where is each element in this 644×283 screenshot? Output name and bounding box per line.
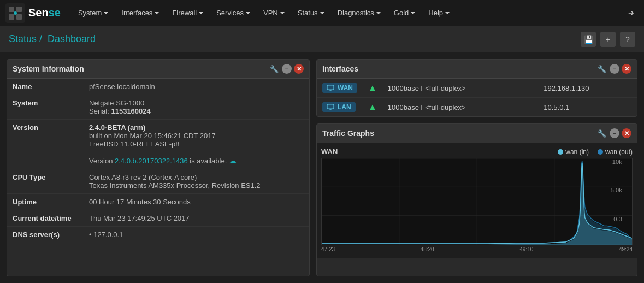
label-name: Name <box>7 79 84 95</box>
lan-ip-cell: 10.5.0.1 <box>538 98 637 117</box>
nav-item-vpn[interactable]: VPN <box>257 0 291 26</box>
nav-item-diagnostics[interactable]: Diagnostics <box>331 0 387 26</box>
svg-rect-3 <box>16 14 22 20</box>
traffic-legend: wan (in) wan (out) <box>558 148 633 156</box>
add-widget-button[interactable]: + <box>600 32 616 47</box>
table-row: WAN ▲ 1000baseT <full-duplex> 192.168.1.… <box>317 79 637 98</box>
network-icon <box>327 85 334 91</box>
traffic-close-button[interactable]: ✕ <box>622 128 631 138</box>
interfaces-panel: Interfaces 🔧 − ✕ WAN ▲ 1000base <box>316 59 637 117</box>
interfaces-header: Interfaces 🔧 − ✕ <box>317 60 637 79</box>
svg-rect-1 <box>16 7 22 12</box>
logo-icon <box>5 3 25 23</box>
legend-item-out: wan (out) <box>598 148 633 156</box>
table-row: Name pfSense.localdomain <box>7 79 309 95</box>
y-label-0: 0.0 <box>613 216 622 222</box>
interfaces-title: Interfaces <box>322 64 358 73</box>
nav-item-system[interactable]: System <box>72 0 115 26</box>
label-uptime: Uptime <box>7 194 84 210</box>
label-system: System <box>7 95 84 120</box>
nav-item-firewall[interactable]: Firewall <box>166 0 210 26</box>
system-info-title: System Information <box>13 64 84 73</box>
traffic-chart: 10k 5.0k 0.0 <box>321 158 633 245</box>
lan-status-cell: ▲ <box>363 98 382 117</box>
value-version: 2.4.0-BETA (arm) built on Mon Mar 20 15:… <box>84 120 309 169</box>
table-row: LAN ▲ 1000baseT <full-duplex> 10.5.0.1 <box>317 98 637 117</box>
svg-point-4 <box>14 11 17 15</box>
x-axis-labels: 47:23 48:20 49:10 49:24 <box>321 245 633 253</box>
system-info-actions: 🔧 − ✕ <box>270 64 304 74</box>
help-button[interactable]: ? <box>620 32 635 47</box>
interfaces-settings-icon[interactable]: 🔧 <box>598 65 606 73</box>
breadcrumb-bar: Status / Dashboard 💾 + ? <box>0 26 644 52</box>
breadcrumb-prefix: Status / <box>9 33 42 44</box>
wan-badge: WAN <box>322 83 357 93</box>
label-datetime: Current date/time <box>7 210 84 227</box>
serial-number: 1153160024 <box>111 107 150 115</box>
traffic-header: Traffic Graphs 🔧 − ✕ <box>317 124 637 143</box>
traffic-minimize-button[interactable]: − <box>610 128 619 138</box>
x-label-4: 49:24 <box>619 246 633 252</box>
label-dns: DNS server(s) <box>7 227 84 243</box>
table-row: System Netgate SG-1000 Serial: 115316002… <box>7 95 309 120</box>
svg-rect-0 <box>9 7 14 12</box>
main-content: System Information 🔧 − ✕ Name pfSense.lo… <box>0 52 644 283</box>
wan-speed-cell: 1000baseT <full-duplex> <box>382 79 538 98</box>
table-row: Uptime 00 Hour 17 Minutes 30 Seconds <box>7 194 309 210</box>
x-label-1: 47:23 <box>321 246 335 252</box>
label-version: Version <box>7 120 84 169</box>
logo-text: Sense <box>28 7 61 19</box>
system-info-header: System Information 🔧 − ✕ <box>7 60 309 79</box>
nav-item-services[interactable]: Services <box>210 0 257 26</box>
traffic-graphs-title: Traffic Graphs <box>322 129 374 138</box>
interfaces-actions: 🔧 − ✕ <box>598 64 631 74</box>
x-label-3: 49:10 <box>519 246 533 252</box>
version-update-link[interactable]: 2.4.0.b.20170322.1436 <box>115 157 188 165</box>
table-row: DNS server(s) • 127.0.0.1 <box>7 227 309 243</box>
interfaces-close-button[interactable]: ✕ <box>622 64 631 74</box>
breadcrumb-actions: 💾 + ? <box>581 32 635 47</box>
right-panels: Interfaces 🔧 − ✕ WAN ▲ 1000base <box>316 59 637 276</box>
x-label-2: 48:20 <box>421 246 434 252</box>
nav-item-gold[interactable]: Gold <box>387 0 422 26</box>
traffic-top-bar: WAN wan (in) wan (out) <box>321 148 633 156</box>
breadcrumb-current: Dashboard <box>48 33 96 44</box>
nav-logout-button[interactable]: ➔ <box>624 0 639 26</box>
system-info-close-button[interactable]: ✕ <box>294 64 304 74</box>
table-row: Current date/time Thu Mar 23 17:49:25 UT… <box>7 210 309 227</box>
legend-label-in: wan (in) <box>565 148 589 156</box>
cloud-icon: ☁ <box>229 156 237 165</box>
save-dashboard-button[interactable]: 💾 <box>581 32 596 47</box>
network-icon <box>327 104 334 110</box>
chart-container: 10k 5.0k 0.0 <box>321 158 633 245</box>
value-name: pfSense.localdomain <box>84 79 309 95</box>
legend-dot-out <box>598 149 603 155</box>
nav-item-interfaces[interactable]: Interfaces <box>115 0 166 26</box>
interfaces-minimize-button[interactable]: − <box>610 64 619 74</box>
nav-item-help[interactable]: Help <box>422 0 456 26</box>
y-label-10k: 10k <box>612 158 622 165</box>
lan-speed-cell: 1000baseT <full-duplex> <box>382 98 538 117</box>
logo[interactable]: Sense <box>5 3 61 23</box>
nav-item-status[interactable]: Status <box>291 0 331 26</box>
traffic-actions: 🔧 − ✕ <box>598 128 631 138</box>
traffic-settings-icon[interactable]: 🔧 <box>598 129 606 138</box>
system-info-panel: System Information 🔧 − ✕ Name pfSense.lo… <box>7 59 310 276</box>
svg-rect-5 <box>327 85 334 90</box>
traffic-content: WAN wan (in) wan (out) <box>317 143 637 258</box>
traffic-interface-label: WAN <box>321 148 338 156</box>
wan-ip-cell: 192.168.1.130 <box>538 79 637 98</box>
value-uptime: 00 Hour 17 Minutes 30 Seconds <box>84 194 309 210</box>
wan-status-cell: ▲ <box>363 79 382 98</box>
traffic-graphs-panel: Traffic Graphs 🔧 − ✕ WAN wan (in) <box>316 123 637 276</box>
navbar: Sense System Interfaces Firewall Service… <box>0 0 644 26</box>
lan-badge: LAN <box>322 102 356 112</box>
value-datetime: Thu Mar 23 17:49:25 UTC 2017 <box>84 210 309 227</box>
legend-item-in: wan (in) <box>558 148 589 156</box>
y-label-5k: 5.0k <box>611 187 623 193</box>
system-info-settings-icon[interactable]: 🔧 <box>270 65 279 73</box>
svg-rect-2 <box>9 14 14 20</box>
breadcrumb: Status / Dashboard <box>9 33 96 45</box>
system-info-minimize-button[interactable]: − <box>282 64 292 74</box>
label-cpu: CPU Type <box>7 169 84 194</box>
